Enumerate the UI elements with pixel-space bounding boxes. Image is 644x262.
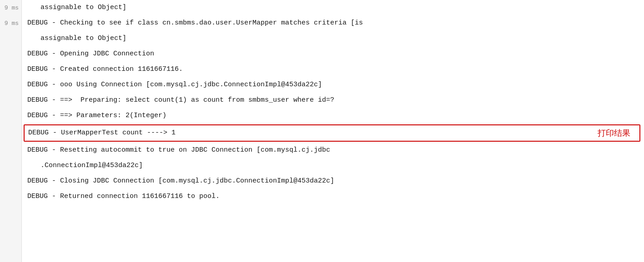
- gutter: 9 ms 9 ms: [0, 0, 22, 262]
- gutter-item: 9 ms: [0, 15, 21, 31]
- log-line: DEBUG - Created connection 1161667116.: [22, 62, 644, 77]
- gutter-item: [0, 108, 21, 124]
- log-line: DEBUG - ==> Preparing: select count(1) a…: [22, 93, 644, 108]
- gutter-item: [0, 62, 21, 77]
- log-text: .ConnectionImpl@453da22c]: [36, 158, 635, 173]
- gutter-item: [0, 154, 21, 170]
- log-line: DEBUG - Opening JDBC Connection: [22, 46, 644, 62]
- gutter-item: [0, 124, 21, 139]
- gutter-item: [0, 46, 21, 62]
- log-text: DEBUG - Opening JDBC Connection: [27, 46, 635, 62]
- gutter-item: [0, 31, 21, 46]
- gutter-item: [0, 77, 21, 93]
- log-line: DEBUG - ooo Using Connection [com.mysql.…: [22, 77, 644, 93]
- log-line: DEBUG - Closing JDBC Connection [com.mys…: [22, 173, 644, 189]
- log-line-highlighted: DEBUG - UserMapperTest count ----> 1 打印结…: [24, 124, 640, 142]
- log-lines: assignable to Object] DEBUG - Checking t…: [22, 0, 644, 262]
- log-text: DEBUG - Checking to see if class cn.smbm…: [27, 15, 635, 31]
- log-text: DEBUG - Resetting autocommit to true on …: [27, 143, 635, 158]
- gutter-item: [0, 170, 21, 185]
- log-line: DEBUG - Returned connection 1161667116 t…: [22, 189, 644, 204]
- log-line: DEBUG - Checking to see if class cn.smbm…: [22, 15, 644, 31]
- log-text: DEBUG - ==> Preparing: select count(1) a…: [27, 93, 635, 108]
- log-line: DEBUG - Resetting autocommit to true on …: [22, 143, 644, 158]
- log-line: .ConnectionImpl@453da22c]: [22, 158, 644, 173]
- log-line: assignable to Object]: [22, 31, 644, 46]
- log-line: assignable to Object]: [22, 0, 644, 15]
- log-text: DEBUG - ==> Parameters: 2(Integer): [27, 108, 635, 124]
- log-line: DEBUG - ==> Parameters: 2(Integer): [22, 108, 644, 124]
- log-text: DEBUG - Returned connection 1161667116 t…: [27, 189, 635, 204]
- log-text-highlighted: DEBUG - UserMapperTest count ----> 1: [28, 125, 584, 141]
- gutter-item: [0, 93, 21, 108]
- gutter-item: [0, 139, 21, 154]
- log-container: 9 ms 9 ms assignable to Object] DEBUG - …: [0, 0, 644, 262]
- log-text: DEBUG - ooo Using Connection [com.mysql.…: [27, 77, 635, 93]
- highlight-label: 打印结果: [598, 125, 630, 141]
- log-text: assignable to Object]: [36, 0, 635, 15]
- log-text: assignable to Object]: [36, 31, 635, 46]
- gutter-item: [0, 185, 21, 201]
- log-text: DEBUG - Created connection 1161667116.: [27, 62, 635, 77]
- gutter-item: 9 ms: [0, 0, 21, 15]
- log-text: DEBUG - Closing JDBC Connection [com.mys…: [27, 173, 635, 189]
